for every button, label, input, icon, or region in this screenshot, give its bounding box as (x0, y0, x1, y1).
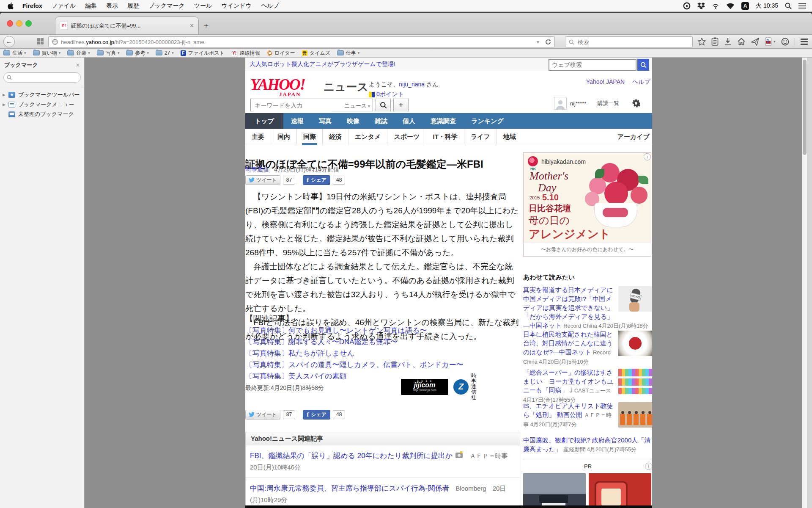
subtab-sports[interactable]: スポーツ (387, 129, 426, 145)
downloads-icon[interactable] (724, 38, 732, 46)
keyword-search-box[interactable]: ニュース (250, 99, 373, 111)
minimize-window-button[interactable] (16, 20, 22, 27)
subtab-domestic[interactable]: 国内 (271, 129, 296, 145)
url-dropdown-icon[interactable]: ▼ (536, 40, 540, 44)
bookmark-folder-reference[interactable]: 参考 (126, 50, 149, 57)
menubar-item-firefox[interactable]: Firefox (18, 3, 47, 9)
news-thumbnail-microphone[interactable]: NEWS (618, 286, 652, 312)
bookmark-folder-life[interactable]: 生活 (3, 50, 26, 57)
tweet-button[interactable]: ツイート (245, 410, 280, 420)
scrollbar-thumb[interactable] (803, 60, 807, 155)
yahoo-japan-link[interactable]: Yahoo! JAPAN (586, 78, 625, 85)
subtab-economy[interactable]: 経済 (322, 129, 348, 145)
tab-poll[interactable]: 意識調査 (423, 113, 464, 129)
related-link[interactable]: 〔写真特集〕謝罪する人々〜DNA鑑定も無罪〜 (245, 337, 398, 347)
menubar-item-window[interactable]: ウインドウ (217, 2, 256, 10)
share-count[interactable]: 48 (333, 410, 345, 419)
menubar-item-view[interactable]: 表示 (102, 2, 123, 10)
tab-photo[interactable]: 写真 (311, 113, 339, 129)
tab-personal[interactable]: 個人 (395, 113, 423, 129)
pdf-addon-icon[interactable] (765, 37, 772, 46)
article-source-link[interactable]: 時事通信 (245, 166, 269, 173)
disclosure-triangle-icon[interactable]: ▶ (3, 102, 8, 107)
reload-icon[interactable] (545, 39, 551, 45)
pr-ad-red-machine[interactable] (589, 473, 651, 508)
related-link[interactable]: 〔写真特集〕美人スパイの素顔 (245, 371, 347, 381)
promo-link[interactable]: 大人気ロボット擬人化アニメがブラウザゲームで登場! (250, 61, 395, 68)
url-bar[interactable]: headlines.yahoo.co.jp/hl?a=20150420-0000… (48, 36, 555, 47)
vertical-scrollbar[interactable] (802, 58, 807, 508)
notification-center-icon[interactable] (798, 3, 806, 9)
tab-video[interactable]: 映像 (339, 113, 367, 129)
sidebar-close-icon[interactable]: ✕ (76, 62, 80, 68)
gear-icon[interactable] (632, 99, 640, 108)
sidebar-item-bookmarks-menu[interactable]: ▶ ブックマークメニュー (0, 99, 84, 109)
back-button[interactable]: ← (3, 36, 15, 47)
input-method-icon[interactable]: A (741, 2, 749, 10)
pdf-addon-caret-icon[interactable]: ▾ (774, 39, 776, 44)
smiley-addon-icon[interactable] (781, 38, 789, 46)
subtab-life[interactable]: ライフ (464, 129, 497, 145)
dropbox-icon[interactable] (697, 3, 705, 9)
subtab-it-science[interactable]: IT・科学 (426, 129, 464, 145)
subtab-region[interactable]: 地域 (497, 129, 522, 145)
related-link[interactable]: 〔写真特集〕何でもお見通し〜レントゲン写真は語る〜 (245, 326, 427, 335)
home-icon[interactable] (737, 38, 746, 46)
subtab-entertainment[interactable]: エンタメ (348, 129, 387, 145)
points-link[interactable]: 0ポイント (376, 91, 404, 98)
bookmark-times[interactable]: 営タイムズ (302, 50, 330, 57)
wifi-icon[interactable] (726, 3, 735, 9)
facebook-share-button[interactable]: fシェア (303, 175, 330, 185)
related-news-link[interactable]: 中国:周永康元常務委員、習主席ら指導部にスパイ行為-関係者 (250, 484, 449, 492)
bookmark-star-icon[interactable] (698, 38, 706, 46)
account-id[interactable]: nij***** (570, 100, 586, 107)
zoom-window-button[interactable] (25, 20, 32, 27)
sidebar-item-unsorted[interactable]: 未整理のブックマーク (0, 109, 84, 119)
display-ad-hibiyakadan[interactable]: HK hibiyakadan.com Mother's Day 2015 5.1… (523, 152, 651, 257)
news-thumbnail-japan-flag[interactable] (618, 331, 652, 356)
avatar[interactable] (554, 97, 567, 110)
reading-list-icon[interactable] (711, 37, 719, 46)
share-plane-icon[interactable] (751, 38, 759, 46)
tab-flash[interactable]: 速報 (283, 113, 311, 129)
bookmark-transit[interactable]: Y!路線情報 (231, 50, 260, 57)
subtab-international[interactable]: 国際 (296, 129, 322, 145)
jiji-logo[interactable]: ● ● ● ● jijicom http://www.jiji.com (401, 379, 448, 395)
tweet-count[interactable]: 87 (283, 176, 295, 185)
facebook-share-button[interactable]: fシェア (303, 410, 330, 420)
pr-ad-house[interactable] (523, 473, 586, 508)
menubar-item-bookmarks[interactable]: ブックマーク (144, 2, 189, 10)
menubar-item-help[interactable]: ヘルプ (256, 2, 284, 10)
menubar-item-file[interactable]: ファイル (47, 2, 80, 10)
browser-search-input[interactable] (577, 39, 680, 46)
menubar-item-tools[interactable]: ツール (189, 2, 217, 10)
add-keyword-button[interactable]: + (393, 99, 409, 111)
menubar-item-history[interactable]: 履歴 (123, 2, 144, 10)
subtab-main[interactable]: 主要 (245, 129, 271, 145)
bookmark-filepost[interactable]: Fファイルポスト (181, 50, 225, 57)
tab-top[interactable]: トップ (245, 113, 283, 129)
creative-cloud-icon[interactable] (683, 2, 691, 10)
tab-close-icon[interactable]: ✕ (189, 22, 194, 29)
bookmark-folder-music[interactable]: 音楽 (67, 50, 90, 57)
apple-menu-icon[interactable] (8, 3, 14, 9)
tab-ranking[interactable]: ランキング (464, 113, 511, 129)
tab-magazine[interactable]: 雑誌 (367, 113, 395, 129)
browser-search-box[interactable] (565, 36, 693, 47)
menubar-item-edit[interactable]: 編集 (80, 2, 102, 10)
pr-info-icon[interactable]: i (645, 463, 652, 470)
menu-icon[interactable] (801, 39, 808, 45)
archive-link[interactable]: アーカイブ (617, 129, 650, 145)
menubar-clock[interactable]: 火 10:35 (756, 2, 778, 10)
tweet-count[interactable]: 87 (283, 410, 295, 419)
tweet-button[interactable]: ツイート (245, 175, 280, 185)
ad-info-icon[interactable]: i (644, 153, 651, 160)
hotspot-icon[interactable] (712, 3, 719, 9)
help-link[interactable]: ヘルプ (632, 78, 650, 85)
yahoo-japan-logo[interactable]: YAHOO! JAPAN (250, 75, 322, 98)
news-thumbnail-supermarket[interactable] (618, 369, 652, 394)
news-search-button[interactable] (376, 99, 391, 111)
web-search-button[interactable] (637, 59, 649, 71)
tab-groups-icon[interactable] (37, 38, 44, 44)
web-search-input[interactable] (549, 59, 636, 71)
